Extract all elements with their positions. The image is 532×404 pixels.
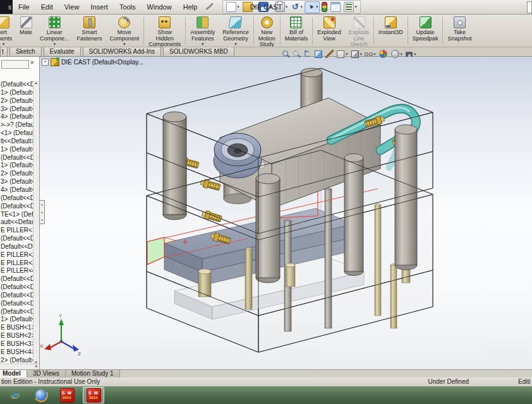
tree-item[interactable]: (Default<<De [1, 154, 33, 162]
display-style-button[interactable]: ▾ [351, 50, 363, 59]
tree-item[interactable]: E BUSH<1> (D [1, 324, 33, 332]
linear-component-pattern-button[interactable]: LinearCompone...▾ [36, 15, 73, 47]
tree-item[interactable]: (Default<<De [1, 235, 33, 243]
tab-sketch[interactable]: Sketch [9, 46, 42, 56]
window-control[interactable] [527, 1, 532, 13]
scroll-right-icon[interactable]: ► [35, 364, 39, 368]
tree-item[interactable]: 2> (Default<<I [1, 170, 33, 178]
tree-item[interactable]: (Default<<De [1, 203, 33, 211]
tree-item[interactable]: (Default<<De [1, 300, 33, 308]
tree-item[interactable]: 1> (Default<<I [1, 162, 33, 170]
tree-filter-box[interactable] [1, 60, 29, 69]
undo-button[interactable]: ↺▾ [289, 2, 304, 13]
move-component-button[interactable]: MoveComponent▾ [106, 15, 143, 47]
new-motion-study-button[interactable]: NewMotionStudy [255, 15, 279, 47]
tree-horizontal-scrollbar[interactable]: ► [0, 364, 39, 369]
view-orientation-button[interactable]: ▾ [336, 50, 348, 59]
tree-item[interactable]: 1> (Default<< [1, 316, 33, 324]
tree-root-overlay[interactable]: + DIE CAST (Default<Display... [42, 58, 143, 66]
update-speedpak-button[interactable]: UpdateSpeedpak [409, 15, 442, 47]
tree-item[interactable]: Default<<Def [1, 243, 33, 251]
tree-item[interactable]: (Default<<De [1, 308, 33, 316]
menu-insert[interactable]: Insert [85, 0, 114, 14]
print-button[interactable]: ▾ [274, 2, 289, 13]
assembly-features-button[interactable]: AssemblyFeatures▾ [186, 15, 219, 47]
tree-expand-icon[interactable]: + [42, 59, 49, 66]
dropdown-caret-icon[interactable]: ▾ [269, 4, 272, 9]
open-button[interactable]: ▾ [241, 2, 257, 13]
die-cast-mold-model[interactable]: Y X Z [39, 56, 532, 369]
dropdown-caret-icon[interactable]: ▾ [316, 4, 318, 9]
dropdown-caret-icon[interactable]: ▾ [360, 52, 363, 57]
tree-item[interactable]: 1> (Default<< [1, 89, 33, 97]
options-button[interactable]: ▾ [342, 2, 358, 13]
scroll-up-icon[interactable]: ▲ [34, 81, 38, 85]
dropdown-caret-icon[interactable]: ▾ [237, 4, 239, 9]
tree-item[interactable]: ault<<Default [1, 218, 33, 227]
menu-file[interactable]: File [13, 0, 35, 14]
tree-item[interactable]: E PILLER<4> ( [1, 267, 33, 275]
tab-solidworks-add-ins[interactable]: SOLIDWORKS Add-Ins [83, 46, 161, 56]
view-settings-button[interactable]: ▾ [405, 50, 416, 58]
dropdown-caret-icon[interactable]: ▾ [123, 42, 126, 46]
exploded-view-button[interactable]: ExplodedView [313, 15, 345, 47]
dropdown-caret-icon[interactable]: ▾ [286, 4, 288, 9]
rebuild-traffic-light-button[interactable] [320, 2, 329, 13]
tree-item[interactable]: E PILLER<3> ( [1, 259, 33, 268]
menu-tools[interactable]: Tools [114, 0, 142, 14]
menu-help[interactable]: Help [178, 0, 203, 14]
apply-scene-button[interactable]: ▾ [390, 49, 403, 59]
select-button[interactable]: ▾ [305, 1, 320, 13]
smart-fasteners-button[interactable]: SmartFasteners [73, 15, 106, 47]
tree-item[interactable]: 1> (Default<< [1, 146, 33, 154]
solidworks-2015-taskbar-button[interactable]: S W2015 [57, 388, 77, 403]
tree-item[interactable]: 3> (Default<<I [1, 178, 33, 186]
tab-partial[interactable]: t [0, 46, 8, 56]
tree-item[interactable]: E PILLER<1> ( [1, 227, 33, 235]
tree-expand-chevron-icon[interactable]: » [30, 59, 34, 66]
dropdown-caret-icon[interactable]: ▾ [253, 4, 256, 9]
tree-item[interactable]: E BUSH<2> (D [1, 332, 33, 340]
tree-item[interactable]: >->? (Default [1, 121, 33, 129]
instant3d-button[interactable]: Instant3D [375, 15, 407, 47]
zoom-area-button[interactable] [293, 50, 301, 58]
tree-item[interactable]: (Default<<De [1, 283, 33, 292]
dropdown-caret-icon[interactable]: ▾ [300, 4, 303, 9]
bill-of-materials-button[interactable]: Bill ofMaterials [281, 15, 312, 47]
tree-item[interactable]: TE<1> (Defaul [1, 211, 33, 219]
graphics-viewport[interactable]: + DIE CAST (Default<Display... ◂◂◂ [39, 56, 532, 369]
tab-evaluate[interactable]: Evaluate [44, 46, 81, 56]
tree-item[interactable]: 3> (Default<< [1, 105, 33, 114]
dropdown-caret-icon[interactable]: ▾ [346, 52, 348, 57]
menu-window[interactable]: Window [142, 0, 178, 14]
dropdown-caret-icon[interactable]: ▾ [354, 4, 357, 9]
dropdown-caret-icon[interactable]: ▾ [414, 52, 416, 57]
tree-vertical-scrollbar[interactable]: ▲ ▼ [33, 81, 39, 364]
dropdown-caret-icon[interactable]: ▾ [401, 52, 403, 57]
tree-item[interactable]: (Default<<D [1, 81, 33, 89]
section-view-button[interactable] [314, 50, 323, 59]
tree-item[interactable]: 4> (Default<<I [1, 186, 33, 194]
previous-view-button[interactable] [303, 50, 311, 58]
take-snapshot-button[interactable]: TakeSnapshot [444, 15, 475, 47]
dropdown-caret-icon[interactable]: ▾ [202, 42, 204, 46]
edit-appearance-button[interactable] [378, 49, 388, 59]
tree-root-label[interactable]: DIE CAST (Default<Display... [61, 59, 143, 66]
hide-show-items-button[interactable]: ▾ [365, 50, 376, 58]
new-document-button[interactable]: ▾ [225, 2, 241, 13]
tree-item[interactable]: 2> (Default<< [1, 97, 33, 105]
tree-item[interactable]: (Default<<De [1, 275, 33, 283]
dropdown-caret-icon[interactable]: ▾ [373, 52, 376, 57]
tree-item[interactable]: <1> (Default< [1, 129, 33, 138]
tree-item[interactable]: E BUSH<3> (D [1, 340, 33, 348]
insert-components-button[interactable]: ertonents▾ [0, 15, 16, 47]
solidworks-2015-active-taskbar-button[interactable]: S W2015 [83, 387, 104, 403]
dropdown-caret-icon[interactable]: ▾ [54, 42, 56, 46]
tree-item[interactable]: (Default<<De [1, 194, 33, 203]
internet-explorer-taskbar-button[interactable]: e [5, 388, 25, 403]
dropdown-caret-icon[interactable]: ▾ [3, 42, 5, 46]
menu-view[interactable]: View [59, 0, 85, 14]
tree-item[interactable]: 4> (Default<< [1, 113, 33, 121]
tab-solidworks-mbd[interactable]: SOLIDWORKS MBD [163, 46, 234, 56]
show-hidden-components-button[interactable]: ShowHiddenComponents [145, 15, 184, 47]
